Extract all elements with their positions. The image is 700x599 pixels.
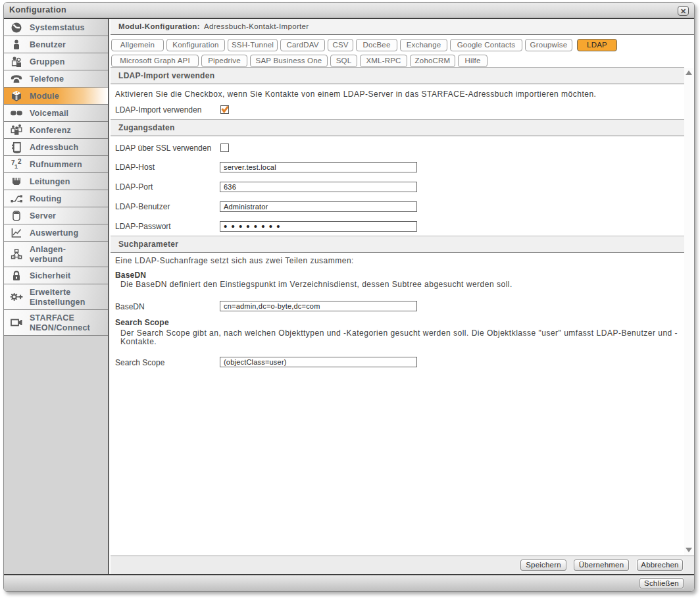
svg-text:2: 2 [18, 158, 22, 165]
